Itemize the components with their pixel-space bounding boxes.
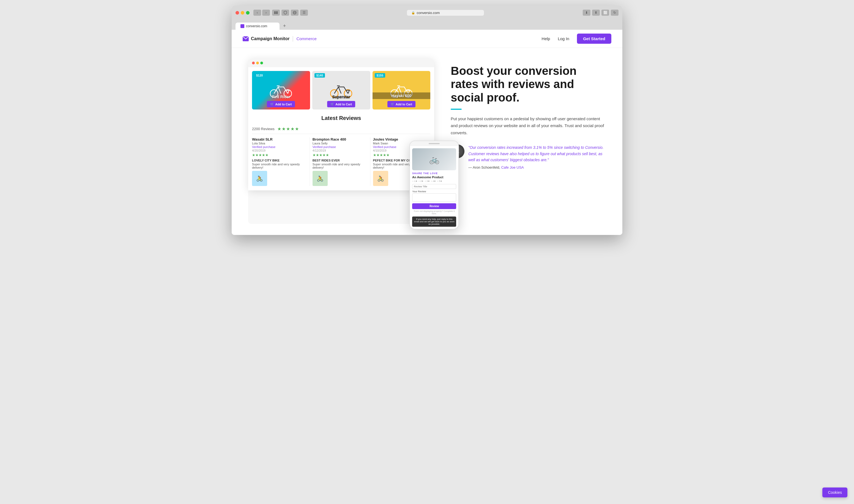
maximize-button[interactable]: [246, 11, 250, 15]
lock-icon: 🔒: [411, 11, 415, 15]
hero-heading: Boost your conversion rates with reviews…: [451, 65, 606, 104]
close-button[interactable]: [236, 11, 239, 15]
review-cards: Wasabi SLR Lola Silva Verified purchase …: [252, 137, 430, 186]
product-card-superstar: $140 Superstar 🛒 Add to Cart: [312, 71, 370, 109]
product-name-1: Superstar: [312, 95, 370, 99]
browser-window: ‹ ›: [232, 5, 622, 235]
active-tab[interactable]: conversio.com: [236, 22, 279, 30]
product-name-0: Red Rider: [252, 95, 310, 99]
hero-text: Boost your conversion rates with reviews…: [451, 59, 606, 169]
reviews-summary: 2200 Reviews ★★★★★: [252, 124, 430, 134]
add-to-cart-1[interactable]: 🛒 Add to Cart: [327, 101, 355, 107]
cookies-button[interactable]: Cookies: [822, 487, 848, 498]
hero-body: Put your happiest customers on a pedesta…: [451, 115, 606, 137]
url-text: conversio.com: [417, 11, 440, 15]
tab-favicon: [240, 24, 244, 28]
review-date-0: 4/20/2019: [252, 149, 307, 152]
phone-review-title-input[interactable]: [412, 184, 456, 189]
phone-share-love: SHARE THE LOVE: [412, 172, 456, 175]
cm-logo-icon: [243, 36, 249, 41]
minimize-button[interactable]: [241, 11, 244, 15]
address-bar[interactable]: 🔒 conversio.com: [407, 10, 484, 16]
page-content: Campaign Monitor Commerce Help Log In Ge…: [232, 30, 622, 235]
hero-divider: [451, 109, 462, 110]
product-name-2: Hayaki 600: [373, 92, 431, 99]
cart-icon: 🛒: [270, 102, 274, 106]
reader-view-icon[interactable]: [272, 10, 280, 16]
product-card-red-rider: $120 Red Rider 🛒 Add to Cart: [252, 71, 310, 109]
shield-icon[interactable]: [281, 10, 289, 16]
review-verified-1: Verified purchase: [312, 145, 367, 148]
login-link[interactable]: Log In: [558, 36, 569, 41]
menu-icon[interactable]: ☰: [300, 10, 308, 16]
forward-button[interactable]: ›: [262, 10, 270, 16]
review-product-1: Brompton Race 400: [312, 137, 367, 141]
tab-label: conversio.com: [246, 24, 267, 28]
right-browser-actions: ⬇ ⬆ ⬜ ↻: [583, 10, 618, 16]
phone-disclaimer: Form not displaying properly? Complete i…: [412, 210, 456, 215]
globe-icon[interactable]: [291, 10, 298, 16]
reviews-title: Latest Reviews: [252, 115, 430, 121]
share-icon[interactable]: ⬆: [592, 10, 600, 16]
phone-review-textarea[interactable]: [412, 193, 456, 202]
phone-review-button[interactable]: Review: [412, 203, 456, 209]
phone-product-name: An Awesome Product: [412, 176, 456, 179]
get-started-button[interactable]: Get Started: [577, 34, 611, 44]
browser-chrome: ‹ ›: [232, 5, 622, 30]
cart-icon-3: 🛒: [391, 102, 395, 106]
browser-toolbar-icons: ☰: [272, 10, 308, 16]
review-headline-0: LOVELY CITY BIKE: [252, 159, 307, 162]
product-card-hayaki: $155 Hayaki 600 🛒 Add to Cart: [373, 71, 431, 109]
overall-stars: ★★★★★: [277, 126, 299, 131]
mini-maximize: [260, 61, 263, 65]
review-date-1: 4/12/2019: [312, 149, 367, 152]
review-card-1: Brompton Race 400 Laura Selly Verified p…: [312, 137, 370, 186]
phone-notch-bar: [429, 143, 440, 144]
tab-bar: conversio.com +: [236, 21, 618, 30]
add-to-cart-2[interactable]: 🛒 Add to Cart: [387, 101, 415, 107]
review-verified-0: Verified purchase: [252, 145, 307, 148]
phone-content: 🚲 SHARE THE LOVE An Awesome Product ○ 1★…: [410, 146, 458, 229]
testimonial-content: "Our conversion rates increased from 3.1…: [468, 144, 606, 169]
tab-overview-icon[interactable]: ⬜: [601, 10, 609, 16]
review-img-1: 🚴: [312, 171, 328, 186]
refresh-icon[interactable]: ↻: [611, 10, 618, 16]
review-headline-1: BEST RIDES EVER: [312, 159, 367, 162]
review-author-0: Lola Silva: [252, 142, 307, 145]
testimonial-quote: "Our conversion rates increased from 3.1…: [468, 144, 606, 163]
add-to-cart-0[interactable]: 🛒 Add to Cart: [267, 101, 295, 107]
phone-bike-image: 🚲: [412, 148, 456, 170]
phone-your-review-label: Your Review: [412, 190, 456, 193]
review-stars-0: ★★★★★: [252, 153, 307, 157]
review-img-2: 🚴: [373, 171, 388, 186]
help-link[interactable]: Help: [542, 36, 550, 41]
phone-notch: [410, 141, 458, 146]
testimonial-company-link[interactable]: Cafe Joe USA: [501, 165, 524, 169]
logo[interactable]: Campaign Monitor: [243, 36, 289, 41]
svg-rect-1: [276, 11, 278, 14]
price-badge-0: $120: [254, 73, 265, 77]
price-badge-1: $140: [314, 73, 325, 77]
phone-overlay: 🚲 SHARE THE LOVE An Awesome Product ○ 1★…: [410, 141, 459, 230]
nav-links: Help Log In Get Started: [542, 34, 611, 44]
mini-minimize: [256, 61, 259, 65]
cart-icon-2: 🛒: [330, 102, 334, 106]
review-author-1: Laura Selly: [312, 142, 367, 145]
app-preview: $120 Red Rider 🛒 Add to Cart: [248, 59, 434, 224]
price-badge-2: $155: [375, 73, 385, 77]
logo-sub: Commerce: [296, 36, 316, 41]
svg-rect-0: [274, 11, 276, 14]
phone-help-banner: If you need any help, just reply to this…: [412, 217, 456, 227]
reviews-count: 2200 Reviews: [252, 127, 275, 131]
download-icon[interactable]: ⬇: [583, 10, 590, 16]
testimonial-attribution: — Aron Schoenfeld, Cafe Joe USA: [468, 165, 606, 169]
testimonial: ☕CJ "Our conversion rates increased from…: [451, 144, 606, 169]
back-button[interactable]: ‹: [253, 10, 261, 16]
nav-buttons: ‹ ›: [253, 10, 270, 16]
logo-divider: [293, 36, 293, 41]
new-tab-button[interactable]: +: [280, 22, 288, 30]
logo-area: Campaign Monitor Commerce: [243, 36, 317, 41]
address-bar-container: 🔒 conversio.com: [310, 10, 581, 16]
brand-name: Campaign Monitor: [251, 36, 289, 41]
product-cards: $120 Red Rider 🛒 Add to Cart: [248, 67, 434, 111]
